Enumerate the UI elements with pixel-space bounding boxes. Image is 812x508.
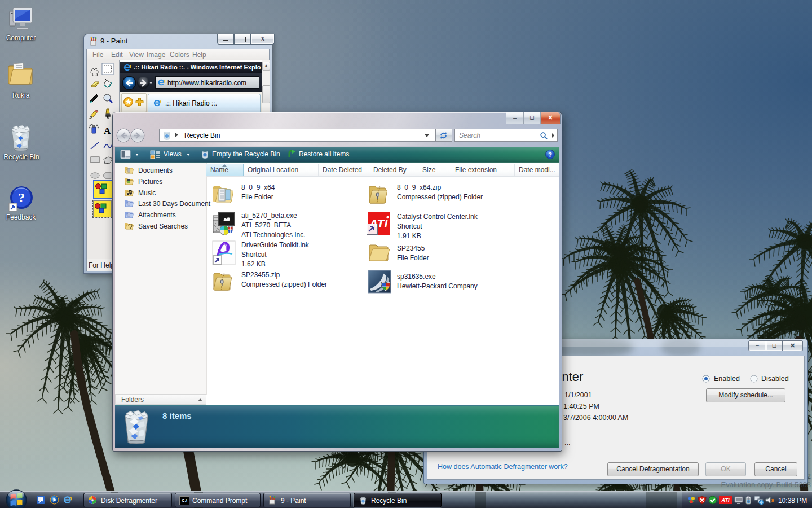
svg-text:A: A <box>104 125 111 136</box>
svg-text:?: ? <box>18 190 25 205</box>
svg-text:?: ? <box>548 151 552 158</box>
